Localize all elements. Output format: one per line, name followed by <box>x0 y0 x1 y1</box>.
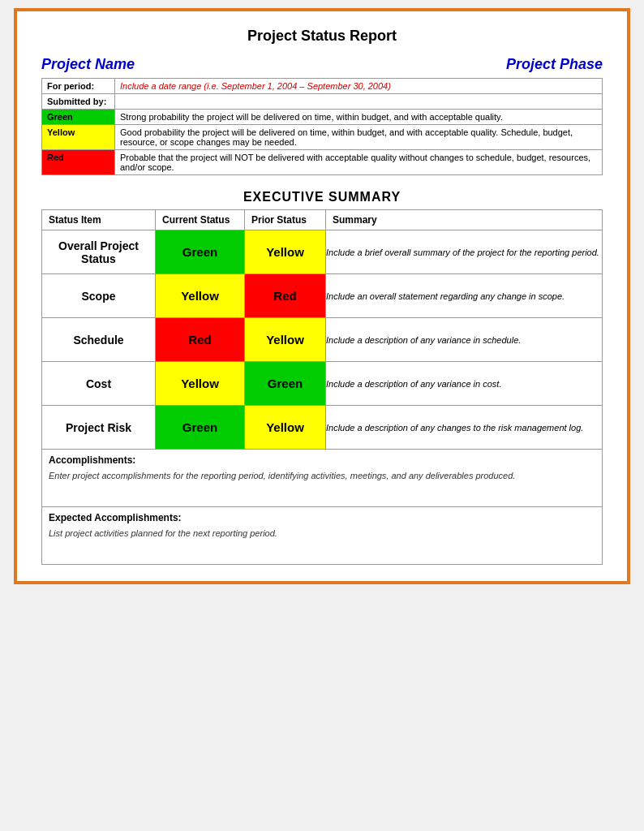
summary-cell: Include a description of any variance in… <box>326 362 603 406</box>
for-period-value: Include a date range (i.e. September 1, … <box>115 79 603 94</box>
summary-cell: Include a description of any changes to … <box>326 406 603 450</box>
project-name-label: Project Name <box>41 56 135 73</box>
current-status-badge: Yellow <box>156 274 244 317</box>
executive-summary-table: Status Item Current Status Prior Status … <box>41 209 603 450</box>
page-title: Project Status Report <box>41 28 603 45</box>
current-status-badge: Red <box>156 318 244 361</box>
current-status-cell: Green <box>156 230 245 274</box>
col-header-current-status: Current Status <box>156 210 245 230</box>
current-status-badge: Green <box>156 406 244 449</box>
submitted-by-value <box>115 94 603 110</box>
submitted-by-row: Submitted by: <box>42 94 603 110</box>
legend-yellow-desc: Good probability the project will be del… <box>115 125 603 150</box>
summary-cell: Include an overall statement regarding a… <box>326 274 603 318</box>
current-status-cell: Red <box>156 318 245 362</box>
exec-table-row: Overall Project StatusGreenYellowInclude… <box>42 230 603 274</box>
col-header-prior-status: Prior Status <box>245 210 326 230</box>
summary-cell: Include a description of any variance in… <box>326 318 603 362</box>
status-item-cell: Project Risk <box>42 406 156 450</box>
exec-table-row: ScheduleRedYellowInclude a description o… <box>42 318 603 362</box>
prior-status-badge: Yellow <box>245 230 325 273</box>
exec-table-row: Project RiskGreenYellowInclude a descrip… <box>42 406 603 450</box>
project-phase-label: Project Phase <box>506 56 603 73</box>
accomplishments-text: Enter project accomplishments for the re… <box>49 469 595 502</box>
expected-accomplishments-text: List project activities planned for the … <box>49 527 595 559</box>
current-status-cell: Yellow <box>156 362 245 406</box>
info-table: For period: Include a date range (i.e. S… <box>41 78 603 175</box>
current-status-badge: Yellow <box>156 362 244 405</box>
status-item-cell: Overall Project Status <box>42 230 156 274</box>
prior-status-badge: Green <box>245 362 325 405</box>
prior-status-cell: Green <box>245 362 326 406</box>
legend-red-label: Red <box>42 150 115 175</box>
current-status-cell: Yellow <box>156 274 245 318</box>
prior-status-badge: Red <box>245 274 325 317</box>
legend-yellow-label: Yellow <box>42 125 115 150</box>
current-status-badge: Green <box>156 230 244 273</box>
exec-table-header: Status Item Current Status Prior Status … <box>42 210 603 230</box>
current-status-cell: Green <box>156 406 245 450</box>
expected-accomplishments-section: Expected Accomplishments: List project a… <box>41 507 603 565</box>
exec-table-row: CostYellowGreenInclude a description of … <box>42 362 603 406</box>
executive-summary-title: EXECUTIVE SUMMARY <box>41 190 603 205</box>
status-item-cell: Cost <box>42 362 156 406</box>
prior-status-cell: Yellow <box>245 318 326 362</box>
prior-status-badge: Yellow <box>245 406 325 449</box>
summary-cell: Include a brief overall summary of the p… <box>326 230 603 274</box>
prior-status-badge: Yellow <box>245 318 325 361</box>
submitted-by-label: Submitted by: <box>42 94 115 110</box>
status-item-cell: Scope <box>42 274 156 318</box>
legend-green-desc: Strong probability the project will be d… <box>115 110 603 125</box>
legend-yellow-row: Yellow Good probability the project will… <box>42 125 603 150</box>
legend-red-desc: Probable that the project will NOT be de… <box>115 150 603 175</box>
exec-table-row: ScopeYellowRedInclude an overall stateme… <box>42 274 603 318</box>
prior-status-cell: Yellow <box>245 230 326 274</box>
page-wrapper: Project Status Report Project Name Proje… <box>14 8 630 584</box>
prior-status-cell: Yellow <box>245 406 326 450</box>
expected-accomplishments-title: Expected Accomplishments: <box>49 512 595 523</box>
legend-green-label: Green <box>42 110 115 125</box>
prior-status-cell: Red <box>245 274 326 318</box>
accomplishments-section: Accomplishments: Enter project accomplis… <box>41 450 603 507</box>
legend-green-row: Green Strong probability the project wil… <box>42 110 603 125</box>
col-header-status-item: Status Item <box>42 210 156 230</box>
col-header-summary: Summary <box>326 210 603 230</box>
legend-red-row: Red Probable that the project will NOT b… <box>42 150 603 175</box>
status-item-cell: Schedule <box>42 318 156 362</box>
for-period-label: For period: <box>42 79 115 94</box>
accomplishments-title: Accomplishments: <box>49 454 595 466</box>
for-period-row: For period: Include a date range (i.e. S… <box>42 79 603 94</box>
project-header: Project Name Project Phase <box>41 56 603 73</box>
